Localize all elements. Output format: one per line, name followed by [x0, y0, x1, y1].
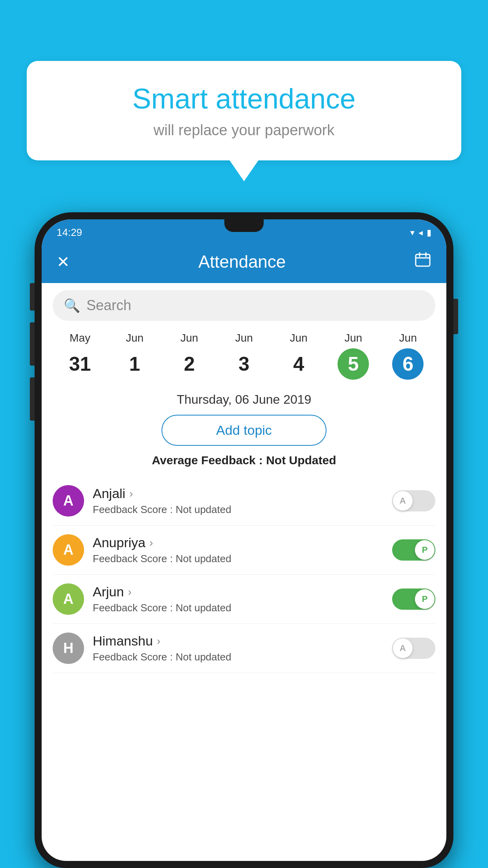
speech-bubble: Smart attendance will replace your paper… — [27, 61, 461, 160]
avatar: A — [53, 534, 84, 566]
side-button-right — [453, 299, 458, 334]
speech-bubble-subtitle: will replace your paperwork — [50, 122, 438, 139]
feedback-value: Not updated — [176, 553, 231, 565]
feedback-score-0: Feedback Score : Not updated — [93, 504, 392, 516]
feedback-score-2: Feedback Score : Not updated — [93, 602, 392, 614]
date-col-6[interactable]: Jun6 — [392, 332, 424, 380]
phone-frame: 14:29 ▾ ◂ ▮ ✕ Attendance 🔍 Se — [35, 212, 453, 868]
student-name-text: Anjali — [93, 486, 125, 501]
student-name-text: Himanshu — [93, 633, 153, 649]
date-day-2[interactable]: 2 — [174, 348, 205, 380]
student-name-0[interactable]: Anjali› — [93, 486, 392, 501]
feedback-value: Not updated — [176, 651, 231, 663]
date-month-5: Jun — [345, 332, 362, 344]
student-info-0: Anjali›Feedback Score : Not updated — [93, 486, 392, 516]
date-month-0: May — [70, 332, 90, 344]
date-day-4[interactable]: 4 — [283, 348, 314, 380]
speech-bubble-tail — [229, 160, 259, 181]
date-month-4: Jun — [290, 332, 308, 344]
date-strip: May31Jun1Jun2Jun3Jun4Jun5Jun6 — [42, 328, 446, 387]
date-col-0[interactable]: May31 — [64, 332, 96, 380]
date-day-6[interactable]: 6 — [392, 348, 424, 380]
student-name-1[interactable]: Anupriya› — [93, 535, 392, 550]
student-info-2: Arjun›Feedback Score : Not updated — [93, 584, 392, 614]
add-topic-button[interactable]: Add topic — [161, 415, 327, 446]
student-name-3[interactable]: Himanshu› — [93, 633, 392, 649]
selected-date-label: Thursday, 06 June 2019 — [53, 387, 435, 415]
date-col-2[interactable]: Jun2 — [174, 332, 205, 380]
table-row: HHimanshu›Feedback Score : Not updatedA — [53, 624, 435, 673]
toggle-knob: A — [393, 491, 413, 511]
table-row: AArjun›Feedback Score : Not updatedP — [53, 575, 435, 624]
attendance-toggle-3[interactable]: A — [392, 638, 435, 659]
svg-rect-0 — [416, 254, 430, 266]
chevron-right-icon: › — [149, 537, 153, 549]
student-info-1: Anupriya›Feedback Score : Not updated — [93, 535, 392, 565]
avatar: H — [53, 633, 84, 664]
battery-icon: ▮ — [427, 228, 431, 238]
date-month-3: Jun — [235, 332, 253, 344]
date-month-6: Jun — [399, 332, 417, 344]
status-time: 14:29 — [57, 226, 82, 239]
close-button[interactable]: ✕ — [57, 253, 70, 271]
signal-icon: ◂ — [418, 228, 423, 238]
date-col-5[interactable]: Jun5 — [338, 332, 369, 380]
avatar: A — [53, 583, 84, 615]
date-month-2: Jun — [180, 332, 198, 344]
students-list: AAnjali›Feedback Score : Not updatedAAAn… — [53, 476, 435, 673]
feedback-label: Feedback Score : — [93, 651, 176, 663]
feedback-label: Feedback Score : — [93, 602, 176, 614]
top-bar: ✕ Attendance — [42, 243, 446, 283]
attendance-toggle-0[interactable]: A — [392, 490, 435, 511]
date-day-0[interactable]: 31 — [64, 348, 96, 380]
avg-feedback: Average Feedback : Not Updated — [53, 454, 435, 467]
feedback-label: Feedback Score : — [93, 504, 176, 515]
side-button-left-2 — [30, 322, 35, 366]
attendance-toggle-1[interactable]: P — [392, 539, 435, 561]
date-col-4[interactable]: Jun4 — [283, 332, 314, 380]
search-input[interactable]: Search — [86, 297, 131, 314]
wifi-icon: ▾ — [410, 228, 415, 238]
feedback-value: Not updated — [176, 602, 231, 614]
toggle-knob: P — [415, 589, 435, 609]
search-bar[interactable]: 🔍 Search — [53, 290, 435, 321]
chevron-right-icon: › — [128, 586, 131, 598]
side-button-left-1 — [30, 283, 35, 311]
student-info-3: Himanshu›Feedback Score : Not updated — [93, 633, 392, 663]
feedback-label: Feedback Score : — [93, 553, 176, 565]
phone-screen: 14:29 ▾ ◂ ▮ ✕ Attendance 🔍 Se — [42, 219, 446, 861]
date-col-3[interactable]: Jun3 — [228, 332, 260, 380]
avg-feedback-label: Average Feedback : — [152, 454, 266, 467]
calendar-icon[interactable] — [414, 251, 431, 272]
date-day-3[interactable]: 3 — [228, 348, 260, 380]
speech-bubble-wrapper: Smart attendance will replace your paper… — [27, 61, 461, 181]
feedback-value: Not updated — [176, 504, 231, 515]
side-button-left-3 — [30, 377, 35, 421]
date-day-1[interactable]: 1 — [119, 348, 150, 380]
chevron-right-icon: › — [129, 487, 133, 500]
content-area: Thursday, 06 June 2019 Add topic Average… — [42, 387, 446, 861]
speech-bubble-title: Smart attendance — [50, 83, 438, 115]
table-row: AAnjali›Feedback Score : Not updatedA — [53, 476, 435, 526]
student-name-text: Arjun — [93, 584, 124, 600]
student-name-2[interactable]: Arjun› — [93, 584, 392, 600]
toggle-knob: A — [393, 638, 413, 658]
feedback-score-3: Feedback Score : Not updated — [93, 651, 392, 663]
search-icon: 🔍 — [64, 298, 80, 313]
chevron-right-icon: › — [157, 635, 160, 647]
avatar: A — [53, 485, 84, 517]
camera-notch — [224, 219, 264, 232]
status-icons: ▾ ◂ ▮ — [410, 228, 431, 238]
toggle-knob: P — [415, 540, 435, 560]
page-title: Attendance — [198, 252, 286, 272]
table-row: AAnupriya›Feedback Score : Not updatedP — [53, 526, 435, 575]
attendance-toggle-2[interactable]: P — [392, 588, 435, 610]
date-col-1[interactable]: Jun1 — [119, 332, 150, 380]
date-month-1: Jun — [126, 332, 143, 344]
date-day-5[interactable]: 5 — [338, 348, 369, 380]
student-name-text: Anupriya — [93, 535, 145, 550]
feedback-score-1: Feedback Score : Not updated — [93, 553, 392, 565]
avg-feedback-value: Not Updated — [266, 454, 336, 467]
